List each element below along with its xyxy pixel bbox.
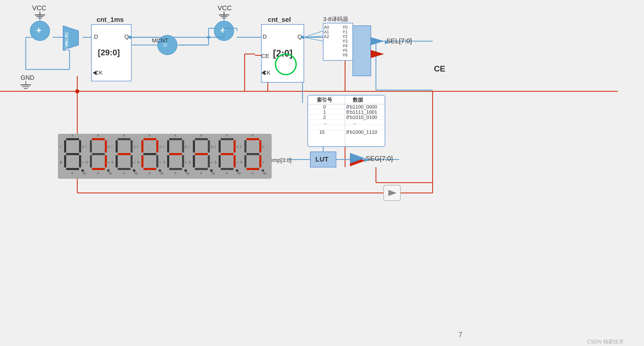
svg-text:c: c — [262, 160, 264, 164]
svg-rect-214 — [193, 155, 195, 167]
svg-text:d: d — [149, 171, 150, 175]
svg-rect-212 — [208, 140, 210, 153]
svg-text:f: f — [60, 145, 61, 149]
svg-text:dp: dp — [108, 171, 112, 175]
svg-rect-171 — [118, 168, 131, 170]
svg-text:f: f — [189, 145, 190, 149]
svg-text:MUX2: MUX2 — [64, 42, 69, 54]
svg-rect-231 — [221, 168, 234, 170]
svg-text:15: 15 — [319, 129, 325, 135]
svg-rect-170 — [131, 155, 133, 167]
svg-text:SEL[7:0]: SEL[7:0] — [386, 37, 412, 45]
svg-text:c: c — [108, 160, 110, 164]
svg-rect-201 — [169, 168, 182, 170]
svg-text:cnt_1ms: cnt_1ms — [97, 16, 124, 23]
svg-rect-153 — [92, 153, 105, 155]
svg-text:b: b — [262, 145, 264, 149]
svg-text:A2: A2 — [324, 34, 329, 39]
svg-rect-167 — [131, 140, 133, 153]
svg-text:c: c — [185, 160, 187, 164]
svg-text:D: D — [263, 33, 267, 40]
svg-rect-186 — [143, 168, 156, 170]
svg-text:f: f — [163, 145, 164, 149]
svg-text:MUX2: MUX2 — [65, 32, 69, 43]
svg-rect-181 — [141, 140, 143, 153]
svg-rect-243 — [246, 153, 259, 155]
svg-text:Y0: Y0 — [342, 25, 348, 30]
svg-rect-197 — [182, 140, 184, 153]
svg-rect-150 — [92, 138, 105, 140]
svg-rect-104 — [308, 95, 385, 147]
svg-rect-151 — [90, 140, 92, 153]
svg-rect-227 — [234, 140, 236, 153]
svg-text:b: b — [108, 145, 110, 149]
svg-text:b: b — [82, 145, 84, 149]
svg-text:Y5: Y5 — [342, 48, 348, 53]
svg-rect-180 — [143, 138, 156, 140]
svg-rect-242 — [259, 140, 261, 153]
svg-text:f: f — [214, 145, 216, 149]
svg-text:8'b1010_0100: 8'b1010_0100 — [346, 114, 377, 120]
svg-rect-226 — [219, 140, 221, 153]
svg-text:b: b — [159, 145, 161, 149]
svg-rect-196 — [167, 140, 169, 153]
svg-rect-154 — [90, 155, 92, 167]
svg-rect-168 — [118, 153, 131, 155]
svg-text:Y2: Y2 — [342, 34, 348, 39]
svg-text:f: f — [137, 145, 138, 149]
svg-text:g: g — [214, 160, 216, 164]
svg-text:c: c — [237, 160, 238, 164]
svg-text:a: a — [200, 133, 202, 137]
svg-text:CE: CE — [261, 53, 269, 59]
svg-rect-166 — [116, 140, 118, 153]
svg-rect-244 — [244, 155, 246, 167]
svg-text:b: b — [211, 145, 213, 149]
svg-text:D: D — [94, 33, 98, 40]
svg-text:d: d — [123, 171, 125, 175]
svg-rect-246 — [246, 168, 259, 170]
svg-rect-216 — [195, 168, 208, 170]
svg-text:f: f — [240, 145, 241, 149]
svg-text:c: c — [134, 160, 135, 164]
svg-point-258 — [374, 40, 377, 43]
svg-text:LUT: LUT — [315, 155, 329, 163]
svg-text:数据: 数据 — [353, 97, 363, 103]
svg-text:...: ... — [353, 120, 357, 125]
svg-text:c: c — [159, 160, 161, 164]
svg-rect-213 — [195, 153, 208, 155]
svg-text:SEG[7:0]: SEG[7:0] — [366, 155, 393, 162]
svg-text:b: b — [185, 145, 187, 149]
svg-text:0: 0 — [323, 104, 326, 110]
svg-rect-183 — [143, 153, 156, 155]
svg-text:A1: A1 — [324, 30, 329, 34]
svg-rect-165 — [118, 138, 131, 140]
svg-text:Y4: Y4 — [342, 44, 348, 48]
svg-text:Y1: Y1 — [342, 30, 348, 34]
svg-text:[2:0]: [2:0] — [273, 48, 293, 59]
svg-rect-225 — [221, 138, 234, 140]
svg-text:3-8译码器: 3-8译码器 — [323, 16, 348, 22]
svg-text:b: b — [134, 145, 135, 149]
svg-rect-195 — [169, 138, 182, 140]
svg-text:...: ... — [323, 120, 327, 125]
svg-text:g: g — [137, 160, 139, 164]
svg-rect-140 — [66, 168, 79, 170]
svg-rect-139 — [79, 155, 81, 167]
svg-text:2: 2 — [323, 114, 326, 120]
svg-text:g: g — [189, 160, 191, 164]
svg-rect-138 — [64, 155, 66, 167]
svg-text:d: d — [71, 171, 73, 175]
svg-rect-155 — [105, 155, 107, 167]
svg-text:dp: dp — [134, 171, 138, 175]
svg-rect-210 — [195, 138, 208, 140]
svg-point-255 — [128, 36, 132, 39]
svg-text:c: c — [211, 160, 213, 164]
svg-text:d: d — [226, 171, 228, 175]
svg-text:d: d — [97, 171, 99, 175]
svg-text:a: a — [97, 133, 99, 137]
svg-rect-211 — [193, 140, 195, 153]
svg-rect-169 — [116, 155, 118, 167]
svg-rect-184 — [141, 155, 143, 167]
svg-text:VCC: VCC — [218, 4, 232, 12]
svg-text:a: a — [252, 133, 254, 137]
